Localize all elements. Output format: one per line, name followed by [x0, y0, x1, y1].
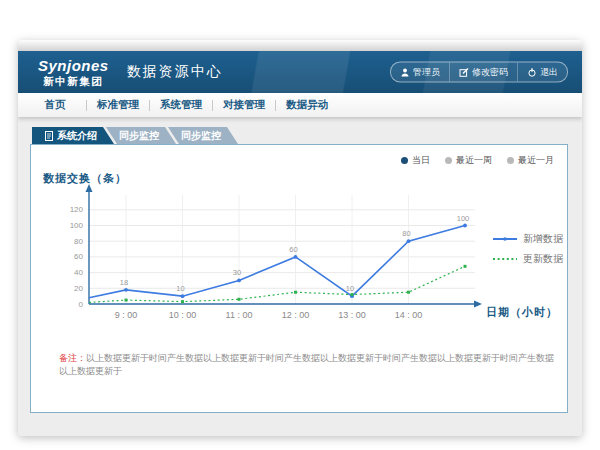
nav-divider [149, 100, 150, 111]
footnote: 备注：以上数据更新于时间产生数据以上数据更新于时间产生数据以上数据更新于时间产生… [59, 352, 559, 378]
x-axis-title: 日期（小时） [486, 305, 558, 320]
svg-text:80: 80 [74, 237, 83, 246]
radio-today-label: 当日 [412, 154, 430, 167]
radio-last-week-label: 最近一周 [456, 154, 492, 167]
brand-logo-primary: Synjones [38, 58, 109, 73]
nav-item-integration[interactable]: 对接管理 [215, 98, 273, 112]
tab-system-intro[interactable]: 系统介绍 [32, 127, 114, 144]
legend-line-sample [493, 236, 517, 242]
radio-last-week[interactable]: 最近一周 [445, 154, 492, 167]
legend-label-1: 更新数据 [523, 252, 563, 266]
svg-text:9 : 00: 9 : 00 [115, 310, 138, 320]
user-menu-logout-label: 退出 [540, 66, 558, 79]
svg-text:10: 10 [176, 284, 184, 293]
chart-legend: 新增数据更新数据 [493, 229, 563, 269]
radio-last-month-label: 最近一月 [518, 154, 554, 167]
user-menu-user[interactable]: 管理员 [391, 63, 449, 82]
legend-label-0: 新增数据 [523, 232, 563, 246]
svg-text:30: 30 [233, 268, 241, 277]
svg-text:10 : 00: 10 : 00 [169, 310, 197, 320]
user-menu-edit-password-label: 修改密码 [472, 66, 508, 79]
nav-divider [275, 100, 276, 111]
svg-text:14 : 00: 14 : 00 [395, 310, 423, 320]
nav-item-data-change[interactable]: 数据异动 [278, 98, 336, 112]
user-menu-edit-password[interactable]: 修改密码 [449, 63, 517, 82]
tab-sync-monitor-1[interactable]: 同步监控 [106, 127, 176, 144]
svg-text:40: 40 [74, 268, 83, 277]
power-icon [527, 67, 537, 77]
radio-today-dot [401, 157, 408, 164]
legend-line-sample [493, 256, 517, 262]
main-nav: 首页标准管理系统管理对接管理数据异动 [18, 93, 582, 117]
document-icon [45, 131, 53, 141]
brand-logo-secondary: 新中新集团 [38, 76, 109, 87]
content-area: 系统介绍同步监控同步监控 当日最近一周最近一月 数据交换（条） 02040608… [18, 117, 582, 436]
legend-item-1: 更新数据 [493, 249, 563, 269]
svg-text:100: 100 [70, 221, 84, 230]
radio-last-month-dot [507, 157, 514, 164]
svg-text:11 : 00: 11 : 00 [226, 310, 253, 320]
tab-sync-monitor-2[interactable]: 同步监控 [168, 127, 238, 144]
radio-last-week-dot [445, 157, 452, 164]
page-title: 数据资源中心 [127, 63, 223, 81]
app-header: Synjones 新中新集团 数据资源中心 管理员修改密码退出 [18, 51, 582, 93]
window-top-strip [18, 40, 582, 51]
svg-text:20: 20 [74, 284, 83, 293]
footnote-text: 以上数据更新于时间产生数据以上数据更新于时间产生数据以上数据更新于时间产生数据以… [59, 353, 554, 376]
nav-divider [212, 100, 213, 111]
tab-bar: 系统介绍同步监控同步监控 [32, 127, 238, 144]
svg-text:18: 18 [120, 278, 128, 287]
nav-item-standards[interactable]: 标准管理 [89, 98, 147, 112]
nav-item-home[interactable]: 首页 [26, 98, 84, 112]
brand-logo: Synjones 新中新集团 [38, 58, 109, 87]
svg-text:100: 100 [457, 214, 470, 223]
svg-text:60: 60 [289, 245, 297, 254]
tab-sync-monitor-2-label: 同步监控 [181, 129, 221, 143]
tab-system-intro-label: 系统介绍 [57, 129, 97, 143]
svg-text:60: 60 [74, 252, 83, 261]
app-window: Synjones 新中新集团 数据资源中心 管理员修改密码退出 首页标准管理系统… [18, 40, 582, 436]
time-filter-group: 当日最近一周最近一月 [401, 154, 554, 167]
svg-text:10: 10 [346, 284, 354, 293]
nav-divider [86, 100, 87, 111]
svg-text:0: 0 [79, 300, 84, 309]
user-menu: 管理员修改密码退出 [390, 62, 568, 83]
tab-sync-monitor-1-label: 同步监控 [119, 129, 159, 143]
user-icon [400, 67, 410, 77]
radio-today[interactable]: 当日 [401, 154, 430, 167]
radio-last-month[interactable]: 最近一月 [507, 154, 554, 167]
svg-text:12 : 00: 12 : 00 [282, 310, 310, 320]
svg-text:80: 80 [402, 229, 410, 238]
main-panel: 当日最近一周最近一月 数据交换（条） 0204060801001209 : 00… [30, 144, 568, 413]
edit-icon [459, 67, 469, 77]
svg-text:13 : 00: 13 : 00 [338, 310, 366, 320]
user-menu-logout[interactable]: 退出 [517, 63, 567, 82]
svg-text:120: 120 [70, 205, 84, 214]
nav-item-system[interactable]: 系统管理 [152, 98, 210, 112]
legend-item-0: 新增数据 [493, 229, 563, 249]
footnote-label: 备注： [59, 353, 86, 363]
user-menu-user-label: 管理员 [413, 66, 440, 79]
